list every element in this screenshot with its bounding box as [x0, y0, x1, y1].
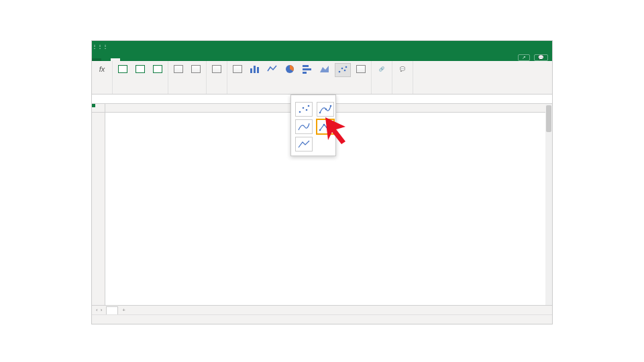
svg-point-9	[341, 68, 343, 70]
scatter-chart-icon	[337, 64, 349, 75]
share-button[interactable]: ↗	[518, 54, 530, 61]
pivottable-button[interactable]	[150, 63, 165, 76]
column-chart-icon	[249, 64, 261, 74]
svg-point-16	[319, 112, 321, 114]
scatter-straight-lines-option[interactable]	[295, 137, 313, 152]
fx-icon: fx	[96, 64, 108, 74]
svg-point-19	[319, 129, 321, 131]
picture-icon	[172, 64, 184, 74]
pivot-icon	[152, 64, 164, 74]
pie-chart-icon	[284, 64, 296, 74]
comments-button[interactable]: 💬	[534, 54, 548, 61]
scrollbar-thumb[interactable]	[546, 105, 551, 132]
sheet-nav[interactable]: ‹›	[92, 307, 106, 313]
vertical-scrollbar[interactable]	[545, 104, 552, 305]
svg-marker-7	[320, 66, 329, 72]
svg-point-18	[330, 105, 332, 107]
shapes-button[interactable]	[189, 63, 203, 76]
svg-rect-0	[250, 68, 252, 73]
svg-rect-5	[303, 68, 311, 70]
area-chart-icon	[319, 64, 331, 74]
sheet-tab[interactable]	[106, 306, 118, 314]
ribbon-tabs: ↗ 💬	[92, 52, 552, 61]
comment-icon: 💬	[396, 64, 409, 74]
pie-chart-button[interactable]	[282, 63, 297, 76]
line-chart-icon	[266, 64, 278, 74]
hyperlink-icon: 🔗	[376, 64, 388, 74]
addins-icon	[211, 64, 223, 74]
ribbon: fx	[92, 61, 552, 95]
area-chart-button[interactable]	[317, 63, 332, 76]
svg-point-10	[344, 70, 346, 72]
bar-chart-button[interactable]	[300, 63, 315, 76]
table-button[interactable]	[133, 63, 148, 76]
svg-rect-4	[303, 65, 309, 67]
addins-button[interactable]	[209, 63, 224, 76]
forms-icon	[117, 64, 129, 74]
hyperlink-button[interactable]: 🔗	[374, 63, 389, 76]
new-sheet-button[interactable]: +	[118, 307, 129, 313]
forms-button[interactable]	[115, 63, 130, 76]
other-charts-icon	[355, 64, 367, 74]
app-launcher-icon[interactable]: ⋮⋮⋮	[92, 44, 104, 50]
recommended-charts-button[interactable]	[230, 63, 245, 76]
other-charts-button[interactable]	[354, 63, 368, 76]
status-bar	[92, 314, 552, 324]
comment-button[interactable]: 💬	[395, 63, 410, 76]
svg-point-15	[308, 105, 310, 107]
cursor-arrow-annotation	[323, 115, 363, 155]
select-all-triangle[interactable]	[92, 104, 105, 113]
column-chart-button[interactable]	[248, 63, 262, 76]
picture-button[interactable]	[171, 63, 186, 76]
function-button[interactable]: fx	[95, 63, 109, 76]
svg-point-14	[306, 109, 308, 111]
sheet-tab-bar: ‹› +	[92, 305, 552, 314]
table-icon	[134, 64, 146, 74]
svg-rect-1	[254, 66, 256, 73]
chevron-left-icon[interactable]: ‹	[96, 307, 98, 313]
bar-chart-icon	[301, 64, 313, 74]
recommended-charts-icon	[231, 64, 244, 74]
scatter-smooth-lines-option[interactable]	[295, 119, 313, 134]
svg-point-12	[299, 111, 301, 113]
scatter-markers-option[interactable]	[295, 102, 313, 117]
svg-point-13	[303, 107, 305, 109]
svg-rect-6	[303, 72, 307, 74]
svg-point-8	[339, 71, 341, 73]
svg-marker-23	[325, 117, 345, 144]
title-bar: ⋮⋮⋮	[92, 41, 552, 52]
svg-point-17	[325, 109, 327, 111]
shapes-icon	[190, 64, 202, 74]
line-chart-button[interactable]	[265, 63, 280, 76]
row-headers[interactable]	[92, 113, 105, 305]
svg-point-11	[345, 66, 347, 68]
excel-window: ⋮⋮⋮ ↗ 💬 fx	[91, 40, 553, 324]
scatter-chart-button[interactable]	[335, 63, 351, 77]
chevron-right-icon[interactable]: ›	[101, 307, 103, 313]
svg-rect-2	[257, 67, 259, 73]
